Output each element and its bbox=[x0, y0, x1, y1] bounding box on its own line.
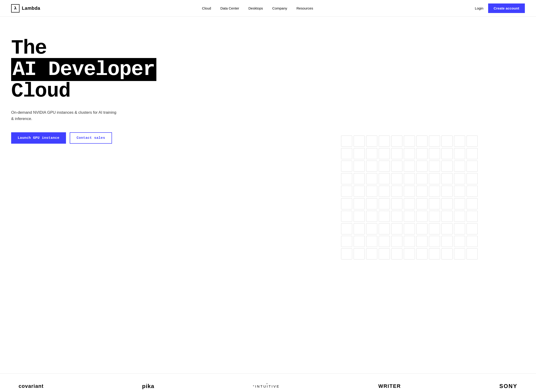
grid-cell bbox=[454, 211, 465, 222]
grid-cell bbox=[391, 248, 402, 260]
login-button[interactable]: Login bbox=[475, 6, 484, 10]
hero-title: The AI Developer Cloud bbox=[11, 37, 294, 102]
logo-name: Lambda bbox=[22, 5, 40, 11]
grid-cell bbox=[416, 135, 427, 147]
grid-cell bbox=[466, 173, 478, 184]
grid-cell bbox=[416, 173, 427, 184]
grid-cell bbox=[404, 211, 415, 222]
logo-pika: Pika bbox=[142, 383, 155, 389]
hero-buttons: Launch GPU instance Contact sales bbox=[11, 132, 294, 144]
hero-subtitle: On-demand NVIDIA GPU instances & cluster… bbox=[11, 109, 118, 122]
grid-cell bbox=[454, 173, 465, 184]
contact-sales-button[interactable]: Contact sales bbox=[70, 132, 112, 144]
grid-cell bbox=[391, 173, 402, 184]
nav-resources[interactable]: Resources bbox=[296, 6, 313, 10]
grid-cell bbox=[341, 223, 352, 234]
grid-cell bbox=[429, 148, 440, 159]
grid-cell bbox=[441, 198, 453, 209]
logo-covariant: covariant bbox=[19, 383, 44, 389]
grid-cell bbox=[379, 161, 390, 172]
grid-cell bbox=[454, 248, 465, 260]
grid-cell bbox=[454, 236, 465, 247]
grid-cell bbox=[366, 161, 377, 172]
grid-cell bbox=[379, 186, 390, 197]
nav-company[interactable]: Company bbox=[272, 6, 287, 10]
grid-cell bbox=[404, 186, 415, 197]
grid-cell bbox=[404, 248, 415, 260]
grid-cell bbox=[366, 211, 377, 222]
hero-section: The AI Developer Cloud On-demand NVIDIA … bbox=[0, 17, 536, 373]
grid-cell bbox=[416, 161, 427, 172]
grid-cell bbox=[416, 198, 427, 209]
grid-cell bbox=[354, 198, 365, 209]
create-account-button[interactable]: Create account bbox=[488, 4, 525, 13]
grid-cell bbox=[354, 211, 365, 222]
logo-link[interactable]: λ Lambda bbox=[11, 4, 40, 13]
hero-title-highlight: AI Developer bbox=[11, 58, 156, 81]
grid-cell bbox=[441, 135, 453, 147]
grid-cell bbox=[354, 186, 365, 197]
grid-cell bbox=[404, 198, 415, 209]
grid-cell bbox=[429, 236, 440, 247]
grid-cell bbox=[404, 161, 415, 172]
hero-title-line1: The bbox=[11, 37, 47, 60]
grid-cell bbox=[379, 211, 390, 222]
launch-gpu-button[interactable]: Launch GPU instance bbox=[11, 132, 66, 144]
grid-cell bbox=[416, 148, 427, 159]
hero-title-line3: Cloud bbox=[11, 79, 70, 103]
nav-cloud[interactable]: Cloud bbox=[202, 6, 211, 10]
grid-cell bbox=[441, 248, 453, 260]
grid-cell bbox=[341, 236, 352, 247]
grid-cell bbox=[454, 135, 465, 147]
logos-strip: covariant Pika °INTUITIVE WRITER SONY bbox=[0, 373, 536, 392]
grid-cell bbox=[341, 186, 352, 197]
grid-cell bbox=[441, 223, 453, 234]
grid-cell bbox=[416, 211, 427, 222]
grid-cell bbox=[466, 135, 478, 147]
grid-cell bbox=[341, 211, 352, 222]
grid-cell bbox=[391, 223, 402, 234]
dot-grid bbox=[341, 135, 478, 260]
grid-cell bbox=[429, 211, 440, 222]
grid-cell bbox=[341, 248, 352, 260]
grid-cell bbox=[466, 248, 478, 260]
grid-cell bbox=[416, 248, 427, 260]
grid-cell bbox=[366, 198, 377, 209]
grid-cell bbox=[404, 148, 415, 159]
grid-cell bbox=[416, 236, 427, 247]
grid-cell bbox=[441, 186, 453, 197]
nav-links: Cloud Data Center Desktops Company Resou… bbox=[202, 6, 313, 10]
grid-cell bbox=[454, 161, 465, 172]
grid-cell bbox=[366, 223, 377, 234]
grid-cell bbox=[416, 223, 427, 234]
grid-cell bbox=[354, 223, 365, 234]
grid-cell bbox=[404, 135, 415, 147]
grid-cell bbox=[379, 148, 390, 159]
grid-cell bbox=[366, 135, 377, 147]
nav-desktops[interactable]: Desktops bbox=[248, 6, 263, 10]
grid-cell bbox=[466, 211, 478, 222]
grid-cell bbox=[429, 248, 440, 260]
logo-icon: λ bbox=[11, 4, 19, 13]
nav-actions: Login Create account bbox=[475, 4, 525, 13]
grid-cell bbox=[429, 198, 440, 209]
grid-cell bbox=[379, 198, 390, 209]
nav-datacenter[interactable]: Data Center bbox=[220, 6, 239, 10]
grid-cell bbox=[404, 173, 415, 184]
grid-cell bbox=[366, 186, 377, 197]
grid-cell bbox=[391, 148, 402, 159]
grid-cell bbox=[416, 186, 427, 197]
grid-cell bbox=[454, 148, 465, 159]
grid-cell bbox=[354, 148, 365, 159]
grid-cell bbox=[391, 211, 402, 222]
logo-intuitive: °INTUITIVE bbox=[253, 384, 280, 388]
grid-cell bbox=[466, 161, 478, 172]
grid-cell bbox=[391, 236, 402, 247]
grid-cell bbox=[341, 148, 352, 159]
grid-cell bbox=[341, 135, 352, 147]
grid-cell bbox=[366, 248, 377, 260]
grid-cell bbox=[466, 236, 478, 247]
grid-cell bbox=[379, 173, 390, 184]
grid-cell bbox=[341, 198, 352, 209]
grid-cell bbox=[466, 186, 478, 197]
